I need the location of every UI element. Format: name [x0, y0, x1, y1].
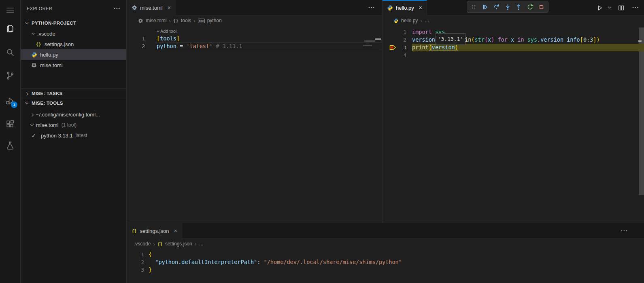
- sidebar-explorer: EXPLORER ··· PYTHON-PROJECT .vscode {} s…: [21, 0, 127, 283]
- json-icon: {}: [132, 228, 137, 234]
- run-and-debug-icon[interactable]: 1: [5, 96, 15, 106]
- tree-item-python-tool[interactable]: ✓ python 3.13.1 latest: [21, 130, 126, 141]
- minimap-slider-mark[interactable]: [375, 38, 381, 40]
- tree-item-global-config[interactable]: ~/.config/mise/config.toml...: [21, 109, 126, 120]
- testing-icon[interactable]: [5, 141, 15, 150]
- debug-badge: 1: [11, 101, 17, 108]
- code-mise[interactable]: + Add tool 1 [tools] 2 python = 'latest'…: [127, 26, 382, 50]
- chevron-right-icon: [30, 113, 34, 116]
- python-icon: [393, 18, 399, 23]
- debug-step-out-icon[interactable]: [514, 2, 523, 11]
- run-dropdown-icon[interactable]: [608, 5, 611, 8]
- tab-mise-toml[interactable]: mise.toml ×: [127, 0, 176, 15]
- explorer-header: EXPLORER ···: [21, 0, 126, 17]
- string-symbol-icon: abc: [198, 19, 205, 23]
- close-icon[interactable]: ×: [174, 228, 177, 234]
- tab-settings-json[interactable]: {} settings.json ×: [127, 223, 182, 239]
- tree-item-mise-toml-tools[interactable]: mise.toml (1 tool): [21, 120, 126, 130]
- breadcrumb-separator: ›: [169, 18, 170, 24]
- close-icon[interactable]: ×: [168, 4, 171, 11]
- search-icon[interactable]: [5, 48, 15, 57]
- code-line[interactable]: 1 import sys: [383, 28, 644, 36]
- breadcrumb-folder[interactable]: .vscode: [134, 241, 151, 247]
- explorer-more-icon[interactable]: ···: [114, 6, 121, 11]
- run-python-button[interactable]: [596, 4, 603, 11]
- debug-continue-icon[interactable]: [481, 2, 490, 11]
- breadcrumb-mise[interactable]: mise.toml › {} tools › abc python: [127, 15, 382, 26]
- close-icon[interactable]: ×: [419, 4, 422, 11]
- check-icon: ✓: [32, 133, 36, 139]
- breadcrumb-file[interactable]: hello.py: [401, 18, 418, 23]
- editor-actions-mise: ···: [368, 0, 375, 15]
- breadcrumb-settings[interactable]: .vscode › {} settings.json › …: [127, 239, 644, 249]
- breadcrumb-separator: ›: [420, 18, 422, 24]
- code-line[interactable]: 1 [tools]: [127, 35, 382, 42]
- breakpoint-current-line-icon[interactable]: [389, 44, 397, 51]
- json-icon: {}: [35, 41, 42, 47]
- tabstrip-mise: mise.toml × ···: [127, 0, 382, 15]
- chevron-right-icon: [25, 92, 28, 95]
- extensions-icon[interactable]: [5, 119, 15, 129]
- code-line[interactable]: 3 }: [127, 266, 644, 274]
- editor-group-mise: mise.toml × ··· mise.toml › {} tools › a…: [127, 0, 382, 223]
- minimap-line-mark: [363, 45, 372, 46]
- minimap-line-mark: [364, 40, 375, 42]
- source-control-icon[interactable]: [5, 71, 15, 80]
- more-actions-icon[interactable]: ···: [621, 228, 628, 234]
- gear-icon: [31, 62, 37, 68]
- object-symbol-icon: {}: [173, 18, 179, 23]
- tree-item-settings-json[interactable]: {} settings.json: [21, 39, 126, 49]
- overview-ruler-mark: [638, 40, 642, 42]
- tree-root-python-project[interactable]: PYTHON-PROJECT: [21, 18, 126, 28]
- gripper-icon[interactable]: [470, 2, 478, 11]
- tab-label: settings.json: [140, 228, 169, 234]
- code-line[interactable]: 1 {: [127, 251, 644, 258]
- hover-value: '3.13.1': [438, 36, 463, 42]
- tree-item-hello-py[interactable]: hello.py: [21, 49, 126, 60]
- section-mise-tasks[interactable]: MISE: TASKS: [21, 89, 126, 98]
- chevron-down-icon: [25, 21, 28, 24]
- chevron-down-icon: [25, 101, 28, 104]
- code-line[interactable]: 2 "python.defaultInterpreterPath": "/hom…: [127, 258, 644, 266]
- breadcrumb-separator: ›: [153, 241, 155, 247]
- code-line[interactable]: 4: [383, 51, 644, 59]
- activity-bar: 1: [0, 0, 21, 283]
- code-line[interactable]: 2 python = 'latest' # 3.13.1: [127, 42, 382, 50]
- explorer-icon[interactable]: [5, 24, 15, 34]
- debug-step-into-icon[interactable]: [503, 2, 512, 11]
- gear-icon: [138, 18, 143, 23]
- breadcrumb-more[interactable]: …: [425, 18, 429, 23]
- debug-restart-icon[interactable]: [526, 2, 535, 11]
- indent-guide: [150, 258, 150, 266]
- breadcrumb-more[interactable]: …: [199, 241, 204, 247]
- tab-label: mise.toml: [140, 5, 163, 11]
- editor-group-settings: {} settings.json × ··· .vscode › {} sett…: [127, 223, 644, 283]
- tab-hello-py[interactable]: hello.py ×: [383, 0, 427, 15]
- more-actions-icon[interactable]: ···: [368, 5, 375, 11]
- codelens-add-tool[interactable]: + Add tool: [127, 27, 382, 35]
- breadcrumb-separator: ›: [193, 18, 195, 24]
- code-line[interactable]: 2 version = '.'.join(str(x) for x in sys…: [383, 36, 644, 44]
- breadcrumb-file[interactable]: mise.toml: [146, 18, 166, 23]
- editor-actions-settings: ···: [621, 223, 628, 239]
- debug-stop-icon[interactable]: [537, 2, 546, 11]
- tree-item-mise-toml[interactable]: mise.toml: [21, 60, 126, 70]
- debug-step-over-icon[interactable]: [492, 2, 501, 11]
- split-editor-icon[interactable]: [618, 4, 625, 11]
- editor-group-hello: hello.py × ···: [382, 0, 644, 223]
- breadcrumb-separator: ›: [195, 241, 196, 247]
- breadcrumb-file[interactable]: settings.json: [165, 241, 192, 247]
- code-line-current-execution[interactable]: 3 print(version): [383, 44, 644, 51]
- breadcrumb-hello[interactable]: hello.py › …: [383, 15, 644, 26]
- json-icon: {}: [157, 241, 163, 247]
- code-settings[interactable]: 1 { 2 "python.defaultInterpreterPath": "…: [127, 249, 644, 274]
- breadcrumb-section[interactable]: tools: [181, 18, 191, 23]
- code-hello[interactable]: 1 import sys 2 version = '.'.join(str(x)…: [383, 26, 644, 59]
- tree-item-vscode-folder[interactable]: .vscode: [21, 28, 126, 39]
- python-icon: [387, 5, 393, 11]
- tabstrip-settings: {} settings.json × ···: [127, 223, 644, 239]
- section-mise-tools[interactable]: MISE: TOOLS: [21, 98, 126, 108]
- more-actions-icon[interactable]: ···: [632, 5, 639, 11]
- menu-icon[interactable]: [5, 5, 15, 15]
- breadcrumb-symbol[interactable]: python: [207, 18, 222, 23]
